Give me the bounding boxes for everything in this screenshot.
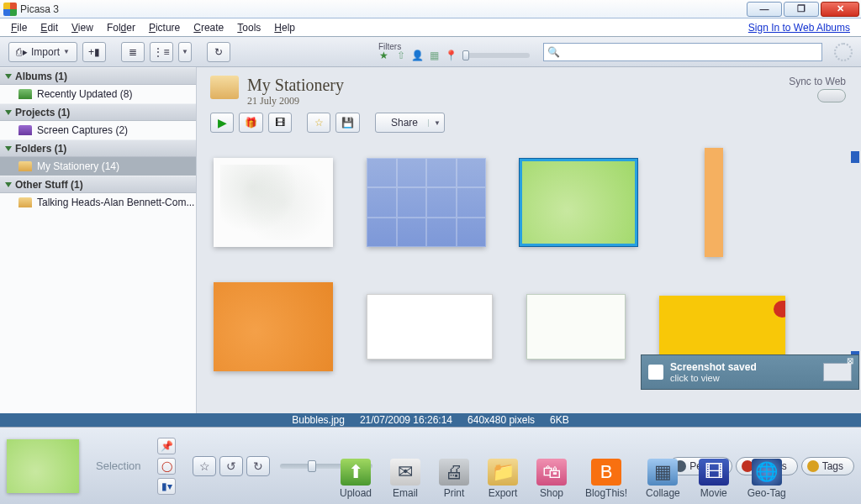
star-toggle-button[interactable]: ☆ <box>193 456 216 476</box>
selection-label: Selection <box>96 459 140 472</box>
project-icon <box>18 125 32 135</box>
status-dimensions: 640x480 pixels <box>467 414 535 426</box>
rotate-ccw-button[interactable]: ↺ <box>219 456 243 476</box>
signin-link[interactable]: Sign In to Web Albums <box>748 22 857 34</box>
movie-icon: 🎞 <box>699 459 729 486</box>
print-action[interactable]: 🖨Print <box>439 459 469 499</box>
menu-tools[interactable]: Tools <box>230 20 267 35</box>
folder-name: My Stationery <box>247 76 344 95</box>
search-icon: 🔍 <box>547 46 560 58</box>
email-action[interactable]: ✉Email <box>390 459 420 499</box>
sidebar-item-talking-heads[interactable]: Talking Heads-Alan Bennett-Com... <box>0 193 196 212</box>
sidebar-item-recently-updated[interactable]: Recently Updated (8) <box>0 85 196 103</box>
album-icon <box>18 89 32 99</box>
folder-header: My Stationery 21 July 2009 Sync to Web <box>197 67 861 113</box>
add-to-button[interactable]: ▮▾ <box>157 478 176 495</box>
notification-toast[interactable]: Screenshot saved click to view ⊠ <box>641 354 859 390</box>
sidebar-item-my-stationery[interactable]: My Stationery (14) <box>0 157 196 176</box>
play-slideshow-button[interactable]: ▶ <box>210 113 234 133</box>
thumbnail[interactable] <box>526 294 626 360</box>
menu-edit[interactable]: Edit <box>34 20 65 35</box>
filter-star-icon[interactable]: ★ <box>378 50 390 61</box>
geotag-action[interactable]: 🌐Geo-Tag <box>747 459 786 499</box>
tags-pill[interactable]: Tags <box>801 457 854 475</box>
thumbnail[interactable] <box>367 158 486 247</box>
rotate-cw-button[interactable]: ↻ <box>246 456 270 476</box>
shop-action[interactable]: 🛍Shop <box>536 459 567 499</box>
tag-icon <box>807 460 819 472</box>
movie-action[interactable]: 🎞Movie <box>699 459 729 499</box>
content-area: My Stationery 21 July 2009 Sync to Web ▶… <box>197 67 861 413</box>
menu-folder[interactable]: Folder <box>100 20 142 35</box>
clear-button[interactable]: ◯ <box>157 458 176 475</box>
collage-icon: ▦ <box>647 459 678 486</box>
sidebar-section-other[interactable]: Other Stuff (1) <box>0 176 196 193</box>
export-icon: 📁 <box>488 459 518 486</box>
filter-movie-icon[interactable]: ▦ <box>429 50 441 61</box>
import-label: Import <box>31 46 60 58</box>
menu-create[interactable]: Create <box>187 20 230 35</box>
collage-action[interactable]: ▦Collage <box>646 459 680 499</box>
gift-cd-button[interactable]: 🎁 <box>239 113 263 133</box>
status-datetime: 21/07/2009 16:26:14 <box>360 414 452 426</box>
menu-help[interactable]: Help <box>267 20 302 35</box>
thumbnail-selected[interactable] <box>520 159 637 246</box>
sidebar-section-projects[interactable]: Projects (1) <box>0 103 196 121</box>
filter-face-icon[interactable]: 👤 <box>412 50 424 61</box>
close-button[interactable]: ✕ <box>821 2 859 17</box>
folder-large-icon <box>210 76 239 99</box>
sync-toggle[interactable] <box>817 89 846 102</box>
globe-icon: 🌐 <box>752 459 782 486</box>
loop-button[interactable]: ↻ <box>207 42 230 62</box>
view-list-button[interactable]: ≣ <box>121 42 145 62</box>
thumbnail[interactable] <box>214 282 333 371</box>
app-icon <box>648 365 663 380</box>
sidebar-item-screen-captures[interactable]: Screen Captures (2) <box>0 121 196 139</box>
thumbnail[interactable] <box>214 158 333 247</box>
scroll-up-marker[interactable] <box>851 151 859 163</box>
notification-subtitle: click to view <box>670 373 757 383</box>
star-button[interactable]: ☆ <box>307 113 330 133</box>
sync-to-web[interactable]: Sync to Web <box>789 76 846 102</box>
tray-selected-thumbnail[interactable] <box>7 439 79 493</box>
folder-icon <box>18 197 32 207</box>
play-icon: ▶ <box>218 116 227 129</box>
action-bar: ⬆Upload ✉Email 🖨Print 📁Export 🛍Shop BBlo… <box>340 459 786 499</box>
blog-icon: B <box>591 459 621 486</box>
thumbnail[interactable] <box>367 294 493 360</box>
save-button[interactable]: 💾 <box>335 113 360 133</box>
menu-view[interactable]: View <box>65 20 100 35</box>
view-tree-button[interactable]: ⋮≡ <box>150 42 173 62</box>
search-input[interactable]: 🔍 <box>543 43 822 61</box>
folder-icon <box>18 161 32 171</box>
menu-picture[interactable]: Picture <box>142 20 187 35</box>
view-dropdown-button[interactable]: ▼ <box>178 42 192 62</box>
movie-button[interactable]: 🎞 <box>268 113 292 133</box>
minimize-button[interactable]: — <box>747 2 782 17</box>
thumbnail[interactable] <box>705 148 723 257</box>
hold-button[interactable]: 📌 <box>157 438 176 454</box>
maximize-button[interactable]: ❐ <box>784 2 819 17</box>
status-size: 6KB <box>550 414 569 426</box>
sidebar-section-folders[interactable]: Folders (1) <box>0 139 196 157</box>
menubar: File Edit View Folder Picture Create Too… <box>0 18 861 37</box>
blog-action[interactable]: BBlogThis! <box>585 459 627 499</box>
thumbnail[interactable] <box>659 296 785 358</box>
filter-upload-icon[interactable]: ⇧ <box>395 50 407 61</box>
notification-close-icon[interactable]: ⊠ <box>845 357 855 367</box>
upload-action[interactable]: ⬆Upload <box>340 459 372 499</box>
share-button[interactable]: Share▼ <box>375 113 445 133</box>
filter-date-slider[interactable] <box>462 53 530 58</box>
filters-group: Filters ★ ⇧ 👤 ▦ 📍 <box>378 42 530 61</box>
filter-geo-icon[interactable]: 📍 <box>446 50 457 61</box>
import-button[interactable]: ⎙▶ Import ▼ <box>8 42 77 62</box>
menu-file[interactable]: File <box>4 20 34 35</box>
folder-date: 21 July 2009 <box>247 95 344 108</box>
export-action[interactable]: 📁Export <box>488 459 518 499</box>
add-folder-button[interactable]: +▮ <box>82 42 106 62</box>
chevron-down-icon: ▼ <box>428 119 441 127</box>
status-filename: Bubbles.jpg <box>292 414 345 426</box>
sidebar-section-albums[interactable]: Albums (1) <box>0 67 196 85</box>
shop-icon: 🛍 <box>536 459 567 486</box>
app-icon <box>3 3 17 16</box>
